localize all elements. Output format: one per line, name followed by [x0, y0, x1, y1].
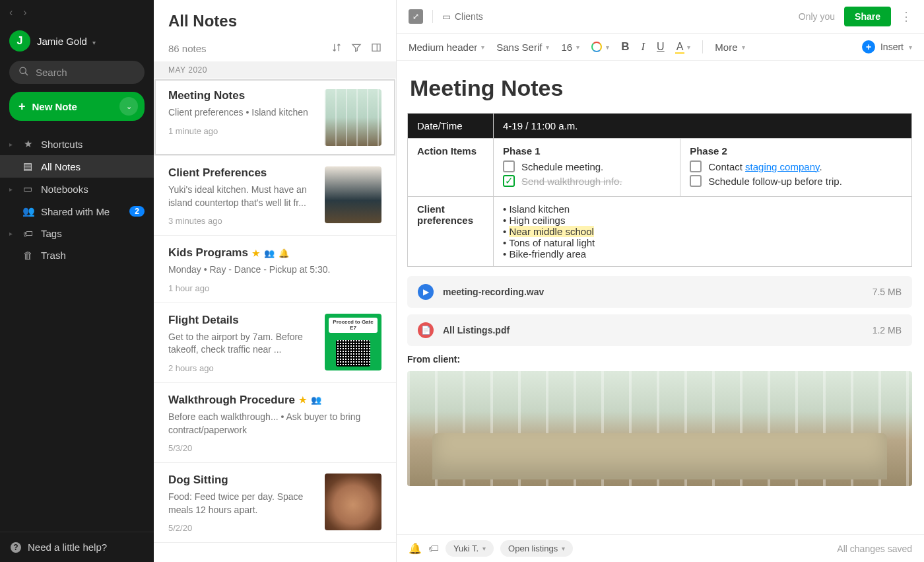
- pref-item: Bike-friendly area: [503, 248, 902, 260]
- font-family-dropdown[interactable]: Sans Serif▾: [496, 42, 549, 53]
- share-button[interactable]: Share: [844, 7, 891, 26]
- badge-count: 2: [129, 206, 145, 217]
- checkbox-item[interactable]: Schedule follow-up before trip.: [690, 175, 902, 187]
- text-color-button[interactable]: ▾: [591, 42, 609, 52]
- table-row: Client preferences Island kitchenHigh ce…: [408, 197, 912, 267]
- note-list-panel: All Notes 86 notes MAY 2020 Meeting Note…: [154, 0, 397, 562]
- note-list-item[interactable]: Kids Programs★👥🔔Monday • Ray - Dance - P…: [154, 236, 396, 303]
- people-icon: 👥: [22, 205, 33, 217]
- star-icon: ★: [22, 138, 33, 150]
- sidebar-item-notebooks[interactable]: ▸ ▭ Notebooks: [0, 178, 154, 200]
- pref-item: Tons of natural light: [503, 237, 902, 248]
- search-placeholder: Search: [36, 67, 67, 78]
- sidebar-item-shortcuts[interactable]: ▸ ★ Shortcuts: [0, 133, 154, 155]
- checkbox-item[interactable]: Contact staging company.: [690, 160, 902, 172]
- pref-item: High ceilings: [503, 215, 902, 226]
- note-list-item[interactable]: Meeting NotesClient preferences • Island…: [154, 79, 396, 156]
- from-client-label: From client:: [407, 354, 912, 365]
- notebook-icon: ▭: [442, 11, 451, 22]
- disclosure-icon: ▸: [9, 186, 15, 193]
- note-thumbnail: Proceed to Gate E7: [325, 314, 381, 370]
- filter-button[interactable]: [351, 42, 362, 55]
- bold-button[interactable]: B: [621, 40, 629, 53]
- svg-point-0: [20, 67, 26, 73]
- note-thumbnail: [325, 166, 381, 223]
- italic-button[interactable]: I: [641, 40, 645, 53]
- table-row: Action Items Phase 1 Schedule meeting. ✓…: [408, 139, 912, 197]
- tag-pill[interactable]: Open listings▾: [500, 540, 573, 557]
- note-count: 86 notes: [168, 43, 322, 54]
- reminder-icon: 🔔: [279, 248, 289, 258]
- visibility-label: Only you: [799, 11, 835, 22]
- color-wheel-icon: [591, 42, 602, 52]
- add-tag-button[interactable]: 🏷: [428, 543, 439, 555]
- more-format-dropdown[interactable]: More▾: [715, 42, 744, 53]
- assignee-pill[interactable]: Yuki T.▾: [446, 540, 494, 557]
- more-actions-button[interactable]: ⋮: [900, 9, 912, 24]
- svg-rect-2: [372, 44, 380, 52]
- disclosure-icon: ▸: [9, 230, 15, 237]
- plus-icon: +: [18, 100, 26, 114]
- staging-company-link[interactable]: staging company: [745, 161, 819, 172]
- pref-item: Near middle school: [503, 226, 902, 237]
- sidebar-item-tags[interactable]: ▸ 🏷 Tags: [0, 223, 154, 244]
- save-status: All changes saved: [837, 544, 912, 554]
- back-button[interactable]: ‹: [9, 7, 13, 18]
- editor-panel: ⤢ ▭ Clients Only you Share ⋮ Medium head…: [397, 0, 924, 562]
- sort-button[interactable]: [331, 42, 342, 55]
- note-thumbnail: [325, 89, 381, 146]
- editor-content[interactable]: Meeting Notes Date/Time 4-19 / 11:00 a.m…: [397, 61, 924, 534]
- sidebar-item-shared[interactable]: 👥 Shared with Me 2: [0, 200, 154, 223]
- insert-button[interactable]: + Insert ▾: [862, 40, 912, 53]
- sidebar-item-all-notes[interactable]: ▤ All Notes: [0, 155, 154, 178]
- pref-item: Island kitchen: [503, 203, 902, 215]
- svg-line-1: [25, 73, 28, 75]
- user-name-label: Jamie Gold: [37, 36, 87, 47]
- client-photo[interactable]: [407, 371, 912, 486]
- account-menu[interactable]: J Jamie Gold ▾: [9, 30, 145, 52]
- header-style-dropdown[interactable]: Medium header▾: [409, 42, 484, 53]
- tag-icon: 🏷: [22, 228, 33, 239]
- note-icon: ▤: [22, 160, 33, 172]
- section-header: MAY 2020: [154, 61, 396, 79]
- sidebar-item-trash[interactable]: 🗑 Trash: [0, 244, 154, 266]
- search-icon: [18, 66, 29, 79]
- expand-button[interactable]: ⤢: [409, 9, 423, 24]
- attachment-pdf[interactable]: 📄All Listings.pdf1.2 MB: [407, 314, 912, 346]
- underline-button[interactable]: U: [657, 41, 665, 53]
- editor-footer: 🔔 🏷 Yuki T.▾ Open listings▾ All changes …: [397, 534, 924, 562]
- note-list-item[interactable]: Dog SittingFood: Feed twice per day. Spa…: [154, 463, 396, 543]
- add-reminder-button[interactable]: 🔔: [409, 542, 422, 555]
- shared-icon: 👥: [264, 248, 275, 258]
- new-note-button[interactable]: + New Note ⌄: [9, 92, 145, 121]
- disclosure-icon: ▸: [9, 141, 15, 148]
- note-list-item[interactable]: Walkthrough Procedure★👥Before each walkt…: [154, 383, 396, 463]
- font-size-dropdown[interactable]: 16▾: [561, 42, 579, 53]
- checkbox-item[interactable]: Schedule meeting.: [503, 160, 671, 172]
- format-toolbar: Medium header▾ Sans Serif▾ 16▾ ▾ B I U A…: [397, 34, 924, 61]
- checkbox-item[interactable]: ✓Send walkthrough info.: [503, 175, 671, 187]
- shared-icon: 👥: [311, 395, 321, 405]
- note-title[interactable]: Meeting Notes: [410, 75, 912, 101]
- sidebar: ‹ › J Jamie Gold ▾ Search + New Note ⌄ ▸…: [0, 0, 154, 562]
- highlight-button[interactable]: A▾: [676, 41, 691, 53]
- note-list-item[interactable]: Client PreferencesYuki's ideal kitchen. …: [154, 156, 396, 236]
- list-title: All Notes: [168, 12, 381, 30]
- note-list-item[interactable]: Flight DetailsGet to the airport by 7am.…: [154, 303, 396, 383]
- view-button[interactable]: [371, 42, 381, 55]
- attachment-audio[interactable]: ▶meeting-recording.wav7.5 MB: [407, 276, 912, 308]
- help-icon: ?: [11, 542, 21, 553]
- meeting-table[interactable]: Date/Time 4-19 / 11:00 a.m. Action Items…: [407, 113, 912, 267]
- forward-button[interactable]: ›: [23, 7, 26, 18]
- chevron-down-icon: ▾: [92, 39, 96, 46]
- help-button[interactable]: ? Need a little help?: [0, 532, 154, 562]
- notebook-selector[interactable]: ▭ Clients: [442, 11, 483, 22]
- nav-arrows: ‹ ›: [9, 7, 145, 18]
- star-icon: ★: [299, 395, 307, 405]
- new-note-dropdown[interactable]: ⌄: [119, 97, 138, 116]
- notebook-icon: ▭: [22, 183, 33, 195]
- search-input[interactable]: Search: [9, 61, 145, 84]
- pdf-icon: 📄: [418, 322, 434, 338]
- editor-header: ⤢ ▭ Clients Only you Share ⋮: [397, 0, 924, 34]
- sidebar-nav: ▸ ★ Shortcuts ▤ All Notes ▸ ▭ Notebooks …: [0, 133, 154, 332]
